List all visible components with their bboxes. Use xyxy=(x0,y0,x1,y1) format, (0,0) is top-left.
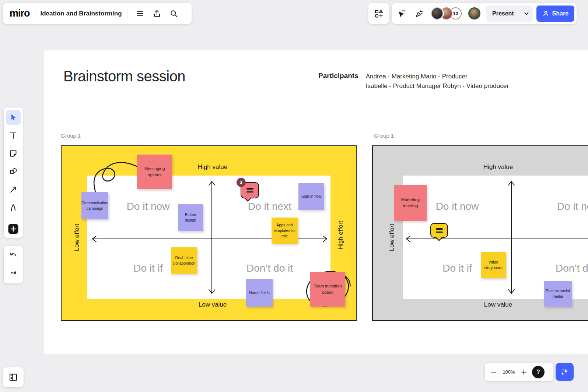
zoom-controls: 100% ? xyxy=(485,363,553,381)
connection-line-tool[interactable] xyxy=(6,182,21,197)
help-button[interactable]: ? xyxy=(532,366,545,378)
sticky-note[interactable]: Post on social media xyxy=(544,281,572,307)
chevron-down-icon xyxy=(524,11,529,17)
quadrant-label-dont-do-it: Don’t do it xyxy=(246,262,293,274)
axis-label-low-value: Low value xyxy=(199,301,227,308)
undo-button[interactable] xyxy=(6,248,21,263)
export-icon xyxy=(153,9,161,18)
matrix-frame-yellow[interactable]: Do it now Do it next Do it if Don’t do i… xyxy=(61,145,357,321)
sticky-note-icon xyxy=(9,149,18,158)
sticky-note[interactable]: Marketing meeting xyxy=(394,185,427,221)
app-header: miro Ideation and Brainstorming xyxy=(3,3,192,24)
present-button[interactable]: Present xyxy=(486,6,533,22)
frames-panel-card xyxy=(3,367,24,387)
participants-label: Participants xyxy=(318,72,358,91)
divider xyxy=(127,9,127,18)
question-mark-icon: ? xyxy=(536,369,540,375)
axis-label-high-effort: High effort xyxy=(337,221,344,250)
search-button[interactable] xyxy=(167,6,181,21)
zoom-out-button[interactable] xyxy=(487,365,500,379)
sticky-note[interactable]: Apps and templates for role xyxy=(272,218,298,244)
add-tools-button[interactable] xyxy=(6,223,21,235)
quadrant-label-do-it-now: Do it now xyxy=(127,201,170,212)
more-apps-button[interactable] xyxy=(371,6,386,21)
present-options-button[interactable] xyxy=(520,11,533,17)
frames-panel-button[interactable] xyxy=(6,370,21,385)
quadrant-label-do-it-if: Do it if xyxy=(133,262,162,274)
axis-label-low-effort: Low effort xyxy=(388,224,396,251)
sticky-note[interactable]: Name fields xyxy=(246,279,273,307)
toolbar-widgets-card xyxy=(368,3,389,24)
sticky-note[interactable]: Team invitation option xyxy=(310,272,345,307)
history-toolbar xyxy=(4,246,23,283)
search-icon xyxy=(169,9,178,18)
board-title[interactable]: Ideation and Brainstorming xyxy=(41,10,122,17)
ai-assistant-button[interactable] xyxy=(556,363,574,381)
select-cursor-icon xyxy=(9,113,18,122)
widgets-icon xyxy=(374,9,384,18)
pen-tool[interactable] xyxy=(6,200,21,215)
main-menu-button[interactable] xyxy=(133,6,147,21)
creation-toolbar xyxy=(4,107,23,238)
current-user-avatar[interactable] xyxy=(468,7,481,20)
axis-label-low-effort: Low effort xyxy=(73,224,81,251)
divider xyxy=(8,219,19,219)
share-label: Share xyxy=(552,10,568,17)
comment-count-badge: 3 xyxy=(237,178,246,187)
sticky-note[interactable]: Sign-in flow xyxy=(298,183,324,210)
hide-cursors-button[interactable] xyxy=(394,6,409,21)
sticky-note-tool[interactable] xyxy=(6,146,21,161)
undo-icon xyxy=(9,251,18,260)
minus-icon xyxy=(490,369,497,375)
sticky-note[interactable]: Button design xyxy=(178,204,203,231)
zoom-level[interactable]: 100% xyxy=(500,369,517,375)
participants-line[interactable]: Andrea - Marketing Mario - Producer xyxy=(366,72,509,81)
zoom-in-button[interactable] xyxy=(517,365,531,379)
sticky-note[interactable]: Video storyboard xyxy=(481,252,506,278)
person-icon xyxy=(542,10,549,17)
matrix-frame-gray[interactable]: Do it now Do it next Do it if Don’t do i… xyxy=(372,145,588,321)
board-heading[interactable]: Brainstorm session xyxy=(63,68,185,85)
collaboration-bar: 12 Present Share xyxy=(392,3,577,24)
axis-label-low-value: Low value xyxy=(484,301,512,308)
redo-button[interactable] xyxy=(6,266,21,281)
axis-label-high-value: High value xyxy=(483,163,513,171)
divider xyxy=(35,9,35,18)
quadrant-label-dont-do-it: Don’t do it xyxy=(556,262,588,274)
shapes-tool[interactable] xyxy=(6,164,21,179)
quadrant-label-do-it-now: Do it now xyxy=(436,201,479,212)
hamburger-icon xyxy=(136,9,144,18)
frames-panel-icon xyxy=(8,372,18,382)
participants-block[interactable]: Participants Andrea - Marketing Mario - … xyxy=(318,72,509,91)
comment-bubble[interactable] xyxy=(430,223,448,238)
arrow-icon xyxy=(9,185,18,194)
participants-line[interactable]: Isabelle - Product Manager Robyn - Video… xyxy=(366,81,509,91)
comment-bubble[interactable]: 3 xyxy=(241,182,259,198)
share-button[interactable]: Share xyxy=(536,6,574,22)
sparkles-icon xyxy=(560,367,570,377)
redo-icon xyxy=(9,269,18,278)
text-icon xyxy=(9,131,18,140)
present-label: Present xyxy=(486,10,520,17)
pen-icon xyxy=(9,203,18,212)
reactions-button[interactable] xyxy=(412,6,427,21)
shapes-icon xyxy=(9,167,18,176)
miro-logo[interactable]: miro xyxy=(10,8,30,19)
collaborator-cursor-icon xyxy=(397,9,406,18)
sticky-note[interactable]: Communication campaign xyxy=(81,192,108,219)
axis-label-high-value: High value xyxy=(198,163,227,171)
quadrant-label-do-it-if: Do it if xyxy=(442,262,472,274)
plus-icon xyxy=(521,369,527,375)
text-tool[interactable] xyxy=(6,128,21,143)
plus-icon xyxy=(8,223,19,234)
collaborator-avatar[interactable] xyxy=(430,7,444,20)
sticky-note[interactable]: Messaging options xyxy=(137,155,172,189)
quadrant-label-do-it-next: Do it next xyxy=(248,201,291,212)
sticky-note[interactable]: Real -time ciollaboration xyxy=(171,247,197,274)
party-popper-icon xyxy=(415,9,424,18)
frame-title-group1[interactable]: Group 1 xyxy=(61,133,81,139)
export-button[interactable] xyxy=(150,6,164,21)
frame-title-group1[interactable]: Group 1 xyxy=(374,133,394,139)
quadrant-label-do-it-next: Do it next xyxy=(557,201,588,212)
select-tool[interactable] xyxy=(6,110,21,125)
